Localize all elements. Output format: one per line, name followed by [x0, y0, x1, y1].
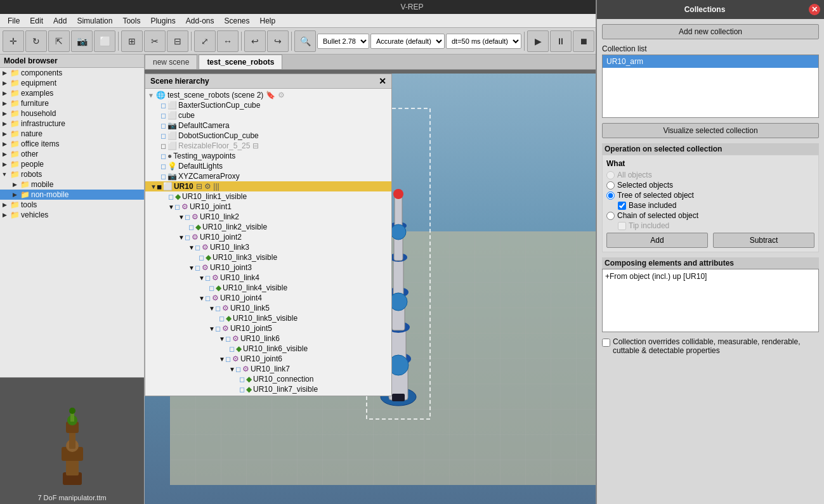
toolbar-dist-btn[interactable]: ↔ [217, 30, 239, 52]
sh-root[interactable]: ▼ 🌐 test_scene_robots (scene 2) 🔖 ⚙ [145, 90, 391, 100]
tree-item-people[interactable]: ▶📁people [0, 159, 144, 169]
sh-item-lights[interactable]: ◻ 💡 DefaultLights [145, 161, 391, 171]
toolbar-layer-btn[interactable]: ⊟ [167, 30, 188, 52]
menu-addons[interactable]: Add-ons [181, 15, 219, 27]
toolbar-search-btn[interactable]: 🔍 [294, 30, 316, 52]
toolbar-undo-btn[interactable]: ↩ [244, 30, 266, 52]
tree-item-examples[interactable]: ▶📁examples [0, 88, 144, 98]
toolbar-align-btn[interactable]: ⤢ [194, 30, 216, 52]
toolbar-scale-btn[interactable]: ⇱ [48, 30, 70, 52]
override-checkbox[interactable] [602, 339, 610, 347]
tree-item-components[interactable]: ▶📁components [0, 68, 144, 78]
menu-scenes[interactable]: Scenes [219, 15, 255, 27]
add-new-collection-btn[interactable]: Add new collection [602, 24, 819, 39]
toolbar-camera-btn[interactable]: 📷 [71, 30, 93, 52]
sh-item-ur10-link2[interactable]: ▼ ◻ ⚙ UR10_link2 [145, 212, 391, 222]
sh-item-ur10-link5[interactable]: ▼ ◻ ⚙ UR10_link5 [145, 303, 391, 313]
sh-item-waypoints[interactable]: ◻ ● Testing_waypoints [145, 151, 391, 161]
dt-select[interactable]: dt=50 ms (default) [446, 34, 521, 49]
sh-item-ur10-link1[interactable]: ◻ ◆ UR10_link1_visible [145, 191, 391, 202]
radio-all-objects-input[interactable] [606, 171, 615, 179]
checkbox-tip-included: Tip included [618, 221, 814, 230]
sh-item-ur10-link7[interactable]: ▼ ◻ ⚙ UR10_link7 [145, 364, 391, 374]
visualize-selected-collection-btn[interactable]: Visualize selected collection [602, 123, 819, 138]
sh-item-ur10-joint5[interactable]: ▼ ◻ ⚙ UR10_joint5 [145, 323, 391, 333]
sh-item-cube[interactable]: ◻ ⬜ cube [145, 110, 391, 120]
sh-item-ur10-joint6[interactable]: ▼ ◻ ⚙ UR10_joint6 [145, 354, 391, 364]
sh-root-label: test_scene_robots (scene 2) [167, 91, 263, 100]
tree-item-infrastructure[interactable]: ▶📁infrastructure [0, 119, 144, 129]
toolbar-move-btn[interactable]: ✛ [3, 30, 24, 52]
collections-title: Collections [601, 5, 809, 14]
preview-area: 7 DoF manipulator.ttm [0, 377, 144, 504]
toolbar-redo-btn[interactable]: ↪ [267, 30, 289, 52]
menu-tools[interactable]: Tools [117, 15, 145, 27]
menu-edit[interactable]: Edit [25, 15, 48, 27]
tab-test-scene-robots[interactable]: test_scene_robots [199, 55, 282, 69]
sh-item-ur10-link2v[interactable]: ◻ ◆ UR10_link2_visible [145, 222, 391, 232]
toolbar-sep1 [118, 32, 119, 51]
radio-all-objects: All objects [606, 171, 814, 179]
toolbar-pause-btn[interactable]: ⏸ [550, 30, 572, 52]
physics-engine-select[interactable]: Bullet 2.78 [317, 34, 369, 49]
toolbar-obj-btn[interactable]: ⊞ [121, 30, 143, 52]
collections-close-btn[interactable]: ✕ [809, 4, 820, 15]
radio-tree-of-selected-input[interactable] [606, 191, 615, 200]
sh-item-floor[interactable]: ◻ ⬜ ResizableFloor_5_25 ⊟ [145, 141, 391, 151]
sh-item-ur10-joint1[interactable]: ▼ ◻ ⚙ UR10_joint1 [145, 202, 391, 212]
svg-rect-28 [392, 394, 405, 401]
sh-item-ur10-link6[interactable]: ▼ ◻ ⚙ UR10_link6 [145, 333, 391, 344]
tip-included-checkbox[interactable] [618, 222, 626, 230]
sh-item-ur10-link7v[interactable]: ◻ ◆ UR10_link7_visible [145, 384, 391, 394]
sh-item-dobot[interactable]: ◻ ⬜ DobotSuctionCup_cube [145, 131, 391, 141]
radio-chain-of-selected: Chain of selected object [606, 211, 814, 220]
toolbar-rotate-btn[interactable]: ↻ [25, 30, 47, 52]
sh-item-camera[interactable]: ◻ 📷 DefaultCamera [145, 120, 391, 131]
toolbar-stop-btn[interactable]: ⏹ [573, 30, 594, 52]
sh-item-ur10-joint3[interactable]: ▼ ◻ ⚙ UR10_joint3 [145, 262, 391, 273]
sh-item-ur10-conn[interactable]: ◻ ◆ UR10_connection [145, 374, 391, 384]
sh-item-ur10-joint4[interactable]: ▼ ◻ ⚙ UR10_joint4 [145, 293, 391, 303]
radio-selected-objects-input[interactable] [606, 181, 615, 190]
tab-new-scene[interactable]: new scene [145, 55, 197, 69]
tree-item-mobile[interactable]: ▶📁mobile [0, 179, 144, 190]
tree-item-non-mobile[interactable]: ▶📁non-mobile [0, 190, 144, 200]
collection-item-ur10-arm[interactable]: UR10_arm [603, 55, 818, 68]
toolbar-view-btn[interactable]: ⬜ [94, 30, 115, 52]
subtract-btn[interactable]: Subtract [713, 233, 814, 248]
toolbar-cut-btn[interactable]: ✂ [144, 30, 166, 52]
tree-item-other[interactable]: ▶📁other [0, 149, 144, 159]
sh-item-ur10[interactable]: ▼ ◼ ⬜ UR10 ⊟ ⚙ ||| [145, 181, 391, 191]
menu-help[interactable]: Help [255, 15, 281, 27]
tree-item-robots[interactable]: ▼📁robots [0, 169, 144, 179]
toolbar-play-btn[interactable]: ▶ [527, 30, 549, 52]
radio-chain-of-selected-input[interactable] [606, 212, 615, 220]
base-included-checkbox[interactable] [618, 202, 626, 210]
tree-item-vehicles[interactable]: ▶📁vehicles [0, 210, 144, 220]
sh-item-xyz[interactable]: ◻ 📷 XYZCameraProxy [145, 171, 391, 181]
tip-included-label: Tip included [629, 221, 669, 230]
add-btn[interactable]: Add [606, 233, 708, 248]
tree-item-furniture[interactable]: ▶📁furniture [0, 98, 144, 108]
menu-plugins[interactable]: Plugins [145, 15, 180, 27]
svg-rect-4 [69, 431, 75, 449]
sh-item-ur10-joint2[interactable]: ▼ ◻ ⚙ UR10_joint2 [145, 232, 391, 242]
scene-hierarchy-close[interactable]: ✕ [379, 76, 386, 86]
sh-item-ur10-link6v[interactable]: ◻ ◆ UR10_link6_visible [145, 344, 391, 354]
menu-file[interactable]: File [3, 15, 25, 27]
accuracy-select[interactable]: Accurate (default) [370, 34, 445, 49]
tree-item-household[interactable]: ▶📁household [0, 108, 144, 119]
menu-add[interactable]: Add [48, 15, 72, 27]
svg-rect-19 [393, 257, 403, 295]
sh-item-ur10-link5v[interactable]: ◻ ◆ UR10_link5_visible [145, 313, 391, 323]
menu-simulation[interactable]: Simulation [72, 15, 117, 27]
tree-item-nature[interactable]: ▶📁nature [0, 129, 144, 139]
tree-item-office_items[interactable]: ▶📁office items [0, 139, 144, 149]
sh-item-ur10-link4[interactable]: ▼ ◻ ⚙ UR10_link4 [145, 273, 391, 283]
sh-item-ur10-link3[interactable]: ▼ ◻ ⚙ UR10_link3 [145, 242, 391, 252]
sh-item-ur10-link3v[interactable]: ◻ ◆ UR10_link3_visible [145, 252, 391, 262]
tree-item-tools[interactable]: ▶📁tools [0, 200, 144, 210]
sh-item-ur10-link4v[interactable]: ◻ ◆ UR10_link4_visible [145, 283, 391, 293]
tree-item-equipment[interactable]: ▶📁equipment [0, 78, 144, 88]
sh-item-baxter[interactable]: ◻ ⬜ BaxterSuctionCup_cube [145, 100, 391, 110]
